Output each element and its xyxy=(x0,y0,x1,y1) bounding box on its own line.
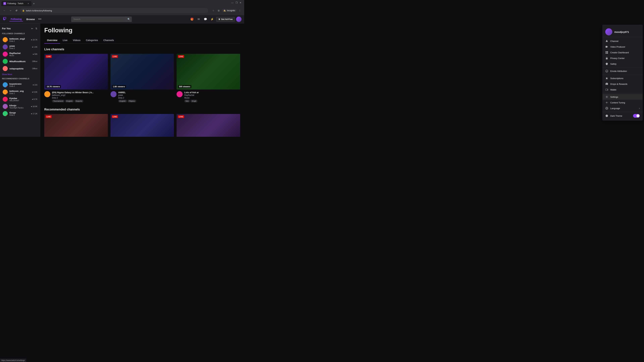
sidebar-item-rayrachel[interactable]: RayRachel Music ● 595 xyxy=(1,51,40,58)
sidebar-item-mikarosemusic[interactable]: MikaRoseMusic Offline xyxy=(1,58,40,65)
channel-name: betboom_eng2 xyxy=(10,37,29,40)
back-button[interactable]: ← xyxy=(2,8,7,13)
channel-viewers: ● 1.6K xyxy=(32,46,38,48)
tag[interactable]: Filipino xyxy=(128,100,136,102)
live-dot xyxy=(6,100,8,102)
sidebar-channel-info-kyedae: Kyedae VALORANT xyxy=(10,97,30,102)
get-ad-free-button[interactable]: ♛ Get Ad-Free xyxy=(216,17,235,22)
maximize-button[interactable]: ❐ xyxy=(235,1,238,4)
incognito-icon: 🕵 xyxy=(224,9,226,12)
tag[interactable]: English xyxy=(118,100,127,102)
channel-card-details-betboom: (EN) Nigma Galaxy vs Winter Bears | b...… xyxy=(52,91,108,102)
sidebar-avatar-betboom xyxy=(3,37,8,42)
sidebar-avatar-sola xyxy=(3,66,8,71)
channel-card-avatar-rayrachel xyxy=(176,91,183,97)
prime-button[interactable]: 🎁 xyxy=(189,16,195,22)
tag[interactable]: fish xyxy=(184,100,190,102)
tab-overview[interactable]: Overview xyxy=(44,37,60,43)
channel-card-rayrachel[interactable]: LIVE 595 viewers Lots of fish ar RayRach… xyxy=(176,54,240,102)
live-dot xyxy=(6,48,8,49)
channel-card-yowe[interactable]: LIVE 1.6K viewers ANREL yowe Dota 2 Engl… xyxy=(110,54,174,102)
sidebar-item-betboom-eng2[interactable]: betboom_eng2 Dota 2 ● 19.7K xyxy=(1,36,40,43)
close-button[interactable]: ✕ xyxy=(239,1,242,4)
browser-controls: ← → ↺ 🔒 twitch.tv/directory/following ☆ … xyxy=(0,6,244,15)
channel-card-title: Lots of fish ar xyxy=(184,91,240,94)
nav-following[interactable]: Following xyxy=(10,17,23,21)
channel-game: Music xyxy=(10,54,31,56)
notifications-button[interactable]: 💬 xyxy=(203,16,208,22)
nav-browse[interactable]: Browse xyxy=(25,17,36,21)
active-tab[interactable]: T Following - Twitch ✕ xyxy=(1,1,32,6)
tab-close-button[interactable]: ✕ xyxy=(27,2,30,5)
inbox-button[interactable]: ✉ xyxy=(196,16,202,22)
channel-card-rec1[interactable]: LIVE xyxy=(44,114,108,137)
channel-card-name: betboom_eng2 xyxy=(52,94,108,96)
followed-section-header: FOLLOWED CHANNELS xyxy=(0,31,40,35)
nav-more-button[interactable]: ••• xyxy=(38,17,42,21)
followed-section-title: FOLLOWED CHANNELS xyxy=(2,32,25,34)
channel-card-title: ANREL xyxy=(118,91,174,94)
channel-card-tags: fish Engli xyxy=(184,100,240,102)
recommended-channels-grid: LIVE LIVE LIVE xyxy=(44,114,240,137)
channel-game: Dota 2 xyxy=(10,114,29,116)
channel-card-betboom[interactable]: LIVE 19.7K viewers (EN) Nigma Galaxy vs … xyxy=(44,54,108,102)
sidebar-avatar-rayrachel xyxy=(3,52,8,57)
channel-card-name: RayRachel xyxy=(184,94,240,96)
tab-videos[interactable]: Videos xyxy=(70,37,83,43)
header-actions: 🎁 ✉ 💬 ⚡ ♛ Get Ad-Free xyxy=(189,16,242,22)
collapse-button[interactable]: ⇤ xyxy=(31,27,34,30)
tab-title: Following - Twitch xyxy=(8,2,23,5)
channel-thumb-betboom: LIVE 19.7K viewers xyxy=(44,54,108,89)
live-badge: LIVE xyxy=(112,55,118,58)
incognito-button[interactable]: 🕵 Incognito xyxy=(222,9,237,12)
channel-card-rec2[interactable]: LIVE xyxy=(110,114,174,137)
tag[interactable]: Engli xyxy=(190,100,197,102)
channel-card-rec3[interactable]: LIVE xyxy=(176,114,240,137)
tag[interactable]: Esports xyxy=(74,100,83,102)
extensions-button[interactable]: ⊞ xyxy=(216,8,221,13)
hype-button[interactable]: ⚡ xyxy=(210,16,215,22)
show-more-button[interactable]: Show More xyxy=(0,72,40,77)
channel-viewers: ● 8.7K xyxy=(32,98,38,100)
sidebar-item-solapsapdota[interactable]: solapsapdota Offline xyxy=(1,65,40,72)
minimize-button[interactable]: — xyxy=(231,1,234,4)
tab-channels[interactable]: Channels xyxy=(100,37,116,43)
user-avatar[interactable] xyxy=(236,16,242,22)
channel-name: MikaRoseMusic xyxy=(10,60,30,63)
sidebar-item-betboom-eng[interactable]: betboom_eng Dota 2 ● 8.9K xyxy=(1,88,40,95)
sidebar-item-kyedae[interactable]: Kyedae VALORANT ● 8.7K xyxy=(1,96,40,103)
menu-button[interactable]: ⋮ xyxy=(238,8,242,13)
search-button[interactable]: 🔍 xyxy=(126,16,132,22)
channel-card-info-betboom: (EN) Nigma Galaxy vs Winter Bears | b...… xyxy=(44,91,108,102)
live-dot xyxy=(6,41,8,42)
new-tab-button[interactable]: + xyxy=(32,1,36,6)
sidebar-avatar-kyedae xyxy=(3,97,8,102)
refresh-button[interactable]: ↺ xyxy=(14,8,19,13)
tag[interactable]: Tournament xyxy=(52,100,64,102)
channel-card-avatar-betboom xyxy=(44,91,50,97)
sidebar-item-gorge[interactable]: Gorge Dota 2 ● 17.2K xyxy=(1,110,40,117)
star-button[interactable]: ☆ xyxy=(211,8,216,13)
channel-card-details-yowe: ANREL yowe Dota 2 English Filipino xyxy=(118,91,174,102)
channel-game: Teamfight Tactics xyxy=(10,107,29,109)
sort-button[interactable]: ⇅ xyxy=(35,27,38,30)
viewers-badge: 19.7K viewers xyxy=(46,85,61,88)
content-area: Following Overview Live Videos Categorie… xyxy=(40,23,244,137)
tab-categories[interactable]: Categories xyxy=(83,37,100,43)
sidebar-item-k3soju[interactable]: k3soju Teamfight Tactics ● 18.9K xyxy=(1,103,40,110)
incognito-label: Incognito xyxy=(227,9,235,12)
channel-viewers: ● 215 xyxy=(33,84,38,86)
forward-button[interactable]: → xyxy=(8,8,13,13)
sidebar-channel-info-kuya: kuyanicwxc Dota 2 xyxy=(10,83,31,87)
address-bar[interactable]: 🔒 twitch.tv/directory/following xyxy=(20,8,208,13)
sidebar-item-kuyanicwxc[interactable]: kuyanicwxc Dota 2 ● 215 xyxy=(1,81,40,88)
sidebar-avatar-gorge xyxy=(3,111,8,116)
channel-viewers: ● 19.7K xyxy=(31,39,38,41)
tag[interactable]: English xyxy=(65,100,74,102)
sidebar-item-yowe[interactable]: yowe Dota 2 ● 1.6K xyxy=(1,43,40,50)
twitch-logo[interactable] xyxy=(3,17,7,22)
tab-live[interactable]: Live xyxy=(60,37,70,43)
live-section-title: Live channels xyxy=(44,48,240,51)
search-input[interactable] xyxy=(71,16,126,22)
sidebar-channel-info-gorge: Gorge Dota 2 xyxy=(10,111,29,116)
